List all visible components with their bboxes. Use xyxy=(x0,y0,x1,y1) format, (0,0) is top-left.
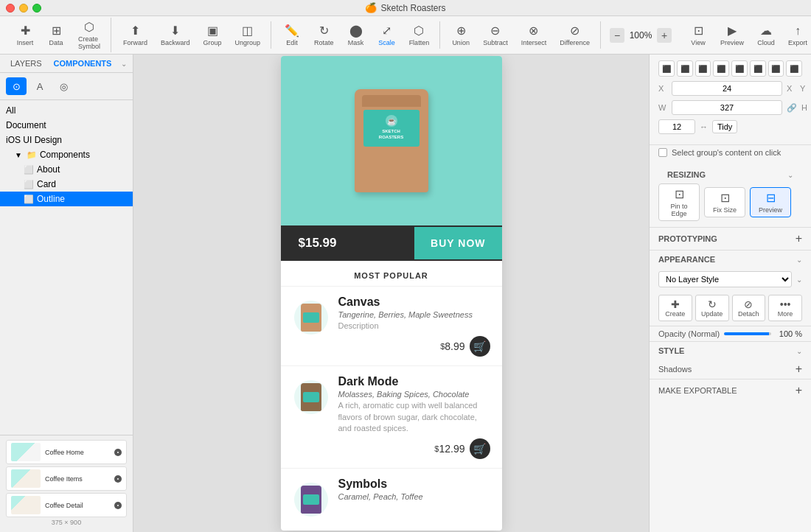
thumbnail-row-1[interactable]: Coffee Home • xyxy=(6,440,127,464)
difference-button[interactable]: ⊘ Difference xyxy=(554,21,596,49)
tab-components[interactable]: COMPONENTS xyxy=(49,57,116,69)
buy-now-button[interactable]: BUY NOW xyxy=(414,227,501,259)
w-input[interactable] xyxy=(672,100,782,115)
forward-button[interactable]: ⬆ Forward xyxy=(117,21,153,49)
bag-top xyxy=(362,95,421,107)
prototyping-section[interactable]: PROTOTYPING + xyxy=(650,228,811,251)
x-unit: X xyxy=(787,84,796,93)
select-group-checkbox[interactable] xyxy=(658,148,667,157)
maximize-button[interactable] xyxy=(32,4,41,13)
align-top-button[interactable]: ⬛ xyxy=(713,60,729,77)
minimize-button[interactable] xyxy=(19,4,28,13)
select-group-row: Select group's content on click xyxy=(650,145,811,160)
align-left-button[interactable]: ⬛ xyxy=(658,60,675,77)
cart-button-1[interactable]: 🛒 xyxy=(470,336,490,357)
export-button[interactable]: ↑ Export xyxy=(782,22,811,49)
tree-item-card[interactable]: ⬜ Card xyxy=(0,177,133,192)
exportable-label: MAKE EXPORTABLE xyxy=(658,386,737,395)
backward-button[interactable]: ⬇ Backward xyxy=(155,21,196,49)
tree-item-document[interactable]: Document xyxy=(0,118,133,133)
close-button[interactable] xyxy=(6,4,15,13)
mask-button[interactable]: ⬤ Mask xyxy=(341,21,371,49)
pin-to-edge-option[interactable]: ⊡ Pin to Edge xyxy=(658,183,700,221)
group-button[interactable]: ▣ Group xyxy=(198,21,228,49)
intersect-button[interactable]: ⊗ Intersect xyxy=(515,21,553,49)
fix-size-option[interactable]: ⊡ Fix Size xyxy=(704,187,745,217)
thumbnail-row-3[interactable]: Coffee Detail • xyxy=(6,493,127,517)
item-about-icon: ⬜ xyxy=(24,165,34,175)
cloud-button[interactable]: ☁ Cloud xyxy=(751,21,781,49)
align-center-h-button[interactable]: ⬛ xyxy=(677,60,693,77)
layer-style-select[interactable]: No Layer Style xyxy=(658,271,792,287)
dist-h-button[interactable]: ⬛ xyxy=(768,60,784,77)
traffic-lights xyxy=(6,4,41,13)
ungroup-button[interactable]: ◫ Ungroup xyxy=(229,21,267,49)
spacing-input[interactable] xyxy=(658,119,695,134)
more-action-icon: ••• xyxy=(772,298,798,310)
cart-button-2[interactable]: 🛒 xyxy=(470,438,490,459)
tree-item-outline[interactable]: ⬜ Outline xyxy=(0,192,133,206)
create-action-button[interactable]: ✚ Create xyxy=(658,295,692,321)
thumbnail-info-1: Coffee Home xyxy=(45,449,110,456)
symbol-icon-btn[interactable]: ⊙ xyxy=(6,77,27,95)
link-proportional-icon[interactable]: 🔗 xyxy=(787,103,797,113)
w-label: W xyxy=(658,103,667,112)
layer-style-chevron-icon[interactable]: ⌄ xyxy=(796,276,802,284)
update-action-button[interactable]: ↻ Update xyxy=(695,295,729,321)
align-middle-button[interactable]: ⬛ xyxy=(731,60,748,77)
style-header[interactable]: STYLE ⌄ xyxy=(650,342,811,360)
resizing-header[interactable]: RESIZING ⌄ xyxy=(658,166,802,183)
create-symbol-button[interactable]: ⬡ Create Symbol xyxy=(72,18,106,52)
tab-layers[interactable]: LAYERS xyxy=(6,57,46,69)
canvas-area[interactable]: ☕ SKETCH ROASTERS $15.99 BUY NOW MOST PO… xyxy=(133,55,649,532)
thumbnail-name-3: Coffee Detail xyxy=(45,502,110,509)
preview-resizing-option[interactable]: ⊟ Preview xyxy=(750,187,791,217)
tree-item-all[interactable]: All xyxy=(0,103,133,118)
sidebar-chevron-icon[interactable]: ⌄ xyxy=(121,60,127,68)
align-right-button[interactable]: ⬛ xyxy=(695,60,711,77)
more-action-button[interactable]: ••• More xyxy=(768,295,802,321)
tree-item-ios[interactable]: iOS UI Design xyxy=(0,133,133,147)
opacity-value: 100 % xyxy=(776,329,802,338)
appearance-header[interactable]: APPEARANCE ⌄ xyxy=(650,251,811,268)
scale-button[interactable]: ⤢ Scale xyxy=(372,21,402,49)
view-button[interactable]: ⊡ View xyxy=(683,21,713,49)
shadows-add-icon[interactable]: + xyxy=(796,363,802,376)
align-bottom-button[interactable]: ⬛ xyxy=(750,60,766,77)
spacing-link-icon[interactable]: ↔ xyxy=(700,122,708,131)
insert-button[interactable]: ✚ Insert xyxy=(10,21,40,49)
exportable-add-icon[interactable]: + xyxy=(796,384,802,397)
layer-tree: All Document iOS UI Design ▼ 📁 Component… xyxy=(0,100,133,435)
bag-brand-line1: SKETCH xyxy=(382,129,400,135)
tidy-button[interactable]: Tidy xyxy=(712,120,737,133)
x-label: X xyxy=(658,84,667,93)
prototyping-add-icon[interactable]: + xyxy=(796,232,802,245)
style-icon-btn[interactable]: ◎ xyxy=(53,77,74,95)
bag-label-3 xyxy=(303,494,319,505)
tree-item-about[interactable]: ⬜ About xyxy=(0,162,133,177)
detach-action-button[interactable]: ⊘ Detach xyxy=(732,295,766,321)
preview-resize-icon: ⊟ xyxy=(753,191,787,205)
opacity-slider[interactable] xyxy=(724,332,771,335)
rotate-button[interactable]: ↻ Rotate xyxy=(308,21,340,49)
data-button[interactable]: ⊞ Data xyxy=(41,21,71,49)
zoom-plus-button[interactable]: + xyxy=(657,28,672,43)
x-input[interactable] xyxy=(672,81,782,96)
flatten-button[interactable]: ⬡ Flatten xyxy=(403,21,436,49)
zoom-minus-button[interactable]: − xyxy=(610,28,624,43)
preview-button[interactable]: ▶ Preview xyxy=(714,21,750,49)
edit-button[interactable]: ✏️ Edit xyxy=(277,21,307,49)
coffee-price-row-2: $12.99 🛒 xyxy=(338,438,490,459)
price-bar: $15.99 BUY NOW xyxy=(281,225,502,261)
thumbnail-row-2[interactable]: Coffee Items • xyxy=(6,466,127,491)
dist-v-button[interactable]: ⬛ xyxy=(786,60,802,77)
union-button[interactable]: ⊕ Union xyxy=(446,21,476,49)
coffee-circle-1 xyxy=(294,301,328,335)
text-icon-btn[interactable]: A xyxy=(29,77,50,95)
coffee-bag-1 xyxy=(301,304,321,332)
subtract-button[interactable]: ⊖ Subtract xyxy=(477,21,514,49)
tree-item-components-group[interactable]: ▼ 📁 Components xyxy=(0,147,133,162)
sidebar-tabs: LAYERS COMPONENTS ⌄ xyxy=(0,55,133,73)
coffee-name-2: Dark Mode xyxy=(338,375,490,388)
right-sidebar: ⬛ ⬛ ⬛ ⬛ ⬛ ⬛ ⬛ ⬛ X X Y Y R xyxy=(649,55,811,532)
